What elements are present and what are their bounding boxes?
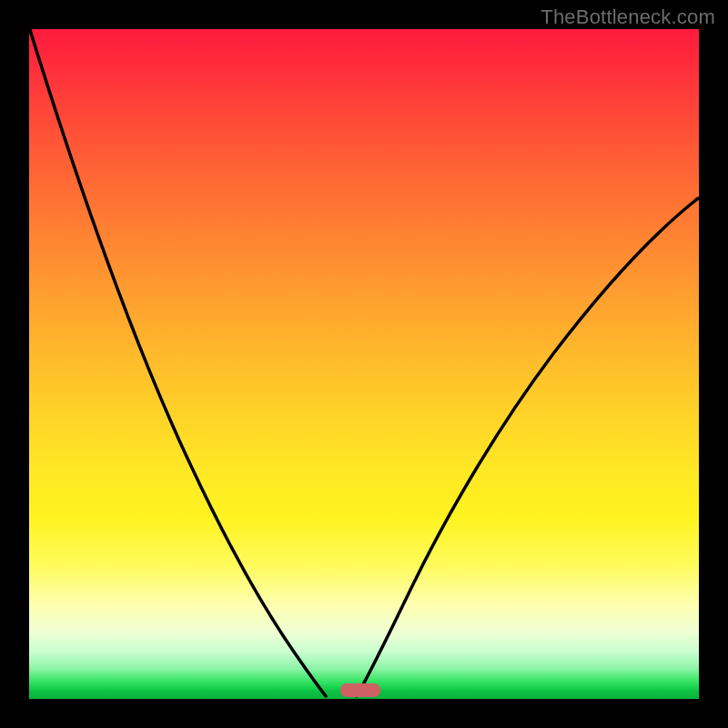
watermark-text: TheBottleneck.com bbox=[541, 5, 715, 29]
curve-layer bbox=[29, 29, 699, 699]
plot-area bbox=[29, 29, 699, 699]
outer-frame: TheBottleneck.com bbox=[0, 0, 728, 728]
right-curve bbox=[357, 198, 698, 696]
bottleneck-marker bbox=[340, 683, 380, 697]
left-curve bbox=[30, 30, 326, 696]
